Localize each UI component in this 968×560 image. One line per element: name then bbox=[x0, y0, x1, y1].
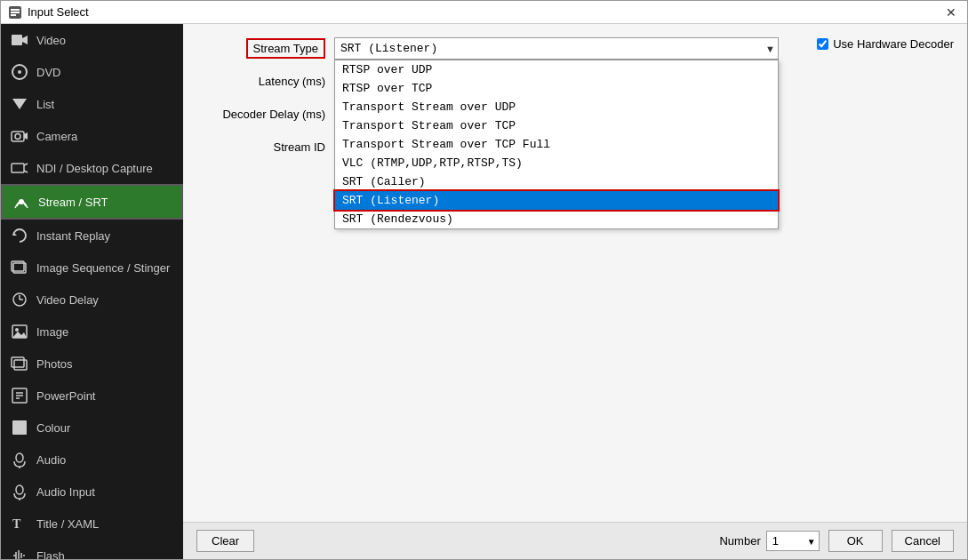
option-ts-tcp[interactable]: Transport Stream over TCP bbox=[335, 116, 778, 135]
svg-rect-25 bbox=[12, 357, 24, 367]
sidebar-label-title-xaml: Title / XAML bbox=[36, 517, 99, 531]
image-sequence-icon bbox=[10, 258, 29, 277]
audio-icon bbox=[10, 450, 29, 469]
colour-icon bbox=[10, 418, 29, 437]
hardware-decoder-label: Use Hardware Decoder bbox=[833, 37, 954, 51]
sidebar-item-instant-replay[interactable]: Instant Replay bbox=[1, 220, 183, 252]
sidebar-label-instant-replay: Instant Replay bbox=[36, 229, 110, 243]
video-delay-icon bbox=[10, 290, 29, 309]
sidebar-item-ndi[interactable]: NDI / Desktop Capture bbox=[1, 152, 183, 184]
title-icon: T bbox=[10, 514, 29, 533]
sidebar-label-image-sequence: Image Sequence / Stinger bbox=[36, 261, 170, 275]
svg-point-10 bbox=[15, 134, 20, 140]
svg-text:T: T bbox=[12, 517, 21, 531]
option-rtsp-udp[interactable]: RTSP over UDP bbox=[335, 60, 778, 79]
camera-icon bbox=[10, 126, 29, 146]
hardware-decoder-checkbox[interactable] bbox=[817, 38, 828, 50]
sidebar-label-video-delay: Video Delay bbox=[36, 293, 99, 307]
latency-label: Latency (ms) bbox=[201, 75, 325, 88]
bottom-right: Number 1 2 3 4 ▼ OK Cancel bbox=[719, 530, 954, 552]
sidebar-label-audio: Audio bbox=[36, 453, 66, 467]
sidebar-item-camera[interactable]: Camera bbox=[1, 120, 183, 152]
sidebar-label-dvd: DVD bbox=[36, 66, 60, 79]
stream-type-display[interactable]: SRT (Listener) bbox=[334, 37, 779, 60]
stream-type-label-text: Stream Type bbox=[246, 38, 325, 59]
clear-button[interactable]: Clear bbox=[196, 530, 254, 552]
title-bar-left: Input Select bbox=[8, 5, 89, 20]
sidebar-item-image[interactable]: Image bbox=[1, 316, 183, 348]
svg-rect-1 bbox=[11, 9, 20, 11]
sidebar-item-flash[interactable]: Flash bbox=[1, 540, 183, 559]
svg-rect-9 bbox=[12, 132, 24, 141]
option-srt-caller[interactable]: SRT (Caller) bbox=[335, 172, 778, 191]
option-srt-listener[interactable]: SRT (Listener) bbox=[335, 191, 778, 210]
audio-input-icon bbox=[10, 482, 29, 501]
sidebar-label-list: List bbox=[36, 98, 54, 111]
right-options: Use Hardware Decoder bbox=[817, 37, 954, 51]
hardware-decoder-row: Use Hardware Decoder bbox=[817, 37, 954, 51]
sidebar-label-ndi: NDI / Desktop Capture bbox=[36, 162, 153, 175]
content-area: Stream Type SRT (Listener) ▼ RTSP over U… bbox=[183, 24, 967, 559]
app-icon bbox=[8, 5, 22, 20]
stream-type-dropdown: RTSP over UDP RTSP over TCP Transport St… bbox=[334, 60, 779, 229]
form-area: Stream Type SRT (Listener) ▼ RTSP over U… bbox=[183, 24, 967, 522]
sidebar-item-colour[interactable]: Colour bbox=[1, 412, 183, 444]
option-srt-rendezvous[interactable]: SRT (Rendezvous) bbox=[335, 210, 778, 228]
svg-point-23 bbox=[15, 328, 19, 332]
option-vlc[interactable]: VLC (RTMP,UDP,RTP,RTSP,TS) bbox=[335, 154, 778, 172]
svg-point-32 bbox=[16, 453, 23, 462]
sidebar-item-powerpoint[interactable]: PowerPoint bbox=[1, 380, 183, 412]
title-bar: Input Select ✕ bbox=[1, 1, 967, 24]
svg-rect-26 bbox=[14, 360, 27, 370]
stream-type-label: Stream Type bbox=[201, 38, 325, 59]
sidebar-item-audio-input[interactable]: Audio Input bbox=[1, 476, 183, 508]
number-select[interactable]: 1 2 3 4 bbox=[766, 531, 820, 551]
bottom-bar: Clear Number 1 2 3 4 ▼ bbox=[183, 522, 967, 559]
sidebar: Video DVD List Camera bbox=[1, 24, 183, 559]
sidebar-item-photos[interactable]: Photos bbox=[1, 348, 183, 380]
stream-id-label: Stream ID bbox=[201, 140, 325, 154]
stream-type-control: SRT (Listener) ▼ RTSP over UDP RTSP over… bbox=[334, 37, 779, 60]
sidebar-label-colour: Colour bbox=[36, 421, 70, 435]
ok-button[interactable]: OK bbox=[828, 530, 883, 552]
sidebar-item-title-xaml[interactable]: T Title / XAML bbox=[1, 508, 183, 540]
sidebar-item-video[interactable]: Video bbox=[1, 24, 183, 56]
sidebar-label-flash: Flash bbox=[36, 549, 65, 560]
ndi-icon bbox=[10, 158, 29, 178]
sidebar-label-powerpoint: PowerPoint bbox=[36, 389, 95, 403]
option-ts-udp[interactable]: Transport Stream over UDP bbox=[335, 98, 778, 116]
window-title: Input Select bbox=[28, 5, 89, 19]
svg-rect-4 bbox=[12, 35, 22, 45]
svg-marker-8 bbox=[12, 99, 27, 109]
svg-rect-3 bbox=[11, 14, 16, 16]
decoder-delay-label: Decoder Delay (ms) bbox=[201, 108, 325, 121]
option-rtsp-tcp[interactable]: RTSP over TCP bbox=[335, 79, 778, 98]
sidebar-item-stream-srt[interactable]: Stream / SRT bbox=[1, 184, 183, 220]
photos-icon bbox=[10, 354, 29, 373]
sidebar-item-audio[interactable]: Audio bbox=[1, 444, 183, 476]
close-button[interactable]: ✕ bbox=[942, 4, 960, 21]
number-label: Number bbox=[719, 534, 760, 548]
svg-point-7 bbox=[18, 70, 21, 74]
image-icon bbox=[10, 322, 29, 341]
sidebar-item-list[interactable]: List bbox=[1, 88, 183, 120]
video-icon bbox=[10, 30, 29, 50]
cancel-button[interactable]: Cancel bbox=[892, 530, 954, 552]
stream-type-select-wrapper[interactable]: SRT (Listener) ▼ bbox=[334, 37, 779, 60]
window: Input Select ✕ Video DVD bbox=[0, 0, 968, 560]
sidebar-label-audio-input: Audio Input bbox=[36, 485, 95, 499]
bottom-left: Clear bbox=[196, 530, 254, 552]
main-area: Video DVD List Camera bbox=[1, 24, 967, 559]
svg-point-34 bbox=[16, 485, 23, 494]
svg-marker-16 bbox=[13, 232, 17, 236]
sidebar-label-stream: Stream / SRT bbox=[38, 196, 108, 209]
sidebar-item-dvd[interactable]: DVD bbox=[1, 56, 183, 88]
sidebar-item-video-delay[interactable]: Video Delay bbox=[1, 284, 183, 316]
svg-marker-24 bbox=[12, 332, 27, 338]
replay-icon bbox=[10, 226, 29, 245]
option-ts-tcp-full[interactable]: Transport Stream over TCP Full bbox=[335, 135, 778, 154]
sidebar-label-image: Image bbox=[36, 325, 68, 339]
sidebar-label-photos: Photos bbox=[36, 357, 72, 371]
svg-marker-5 bbox=[22, 36, 28, 44]
sidebar-item-image-sequence[interactable]: Image Sequence / Stinger bbox=[1, 252, 183, 284]
